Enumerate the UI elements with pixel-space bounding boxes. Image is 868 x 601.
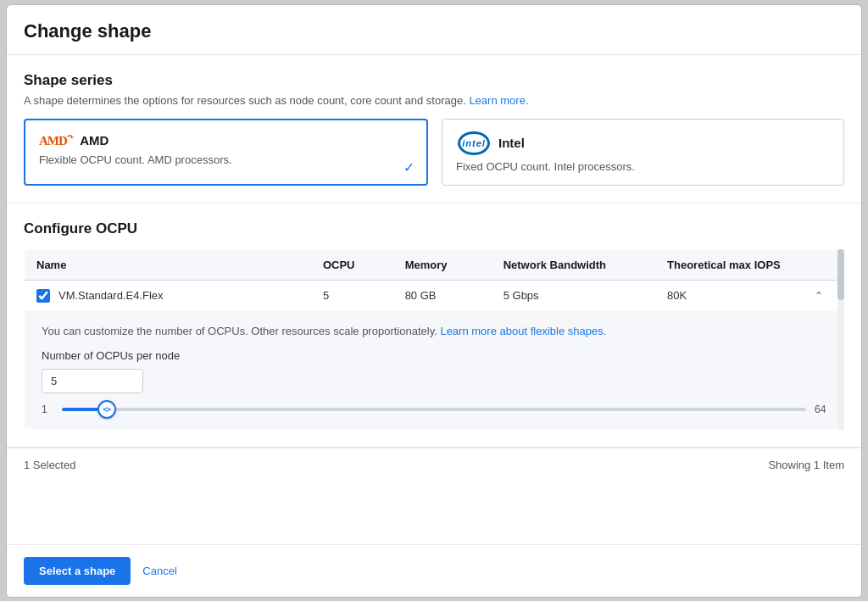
shape-cards-container: AMD↷ AMD Flexible OCPU count. AMD proces…: [24, 119, 844, 186]
row-shape-name: VM.Standard.E4.Flex: [58, 289, 164, 302]
slider-min-label: 1: [42, 403, 53, 415]
amd-card-header: AMD↷ AMD: [39, 132, 413, 148]
dialog-header: Change shape: [7, 5, 861, 55]
learn-more-link[interactable]: Learn more: [469, 94, 525, 107]
row-collapse-icon[interactable]: ⌃: [815, 290, 823, 302]
intel-card-name: Intel: [498, 136, 525, 150]
table-scrollbar-track: [837, 249, 844, 430]
ocpu-per-node-label: Number of OCPUs per node: [42, 349, 826, 362]
amd-card-desc: Flexible OCPU count. AMD processors.: [39, 153, 413, 166]
cancel-button[interactable]: Cancel: [142, 565, 176, 577]
ocpu-slider-container: 1 <> 64: [42, 403, 826, 415]
configure-ocpu-section: Configure OCPU Name OCPU Memory: [7, 203, 861, 448]
flexible-shape-text: You can customize the number of OCPUs. O…: [42, 325, 826, 337]
amd-selected-checkmark: ✓: [403, 159, 415, 175]
row-network-cell: 5 Gbps: [492, 280, 655, 311]
shape-series-title: Shape series: [24, 72, 844, 89]
ocpu-value-input[interactable]: [42, 369, 143, 393]
col-header-network: Network Bandwidth: [492, 249, 655, 280]
shape-card-intel[interactable]: intel Intel Fixed OCPU count. Intel proc…: [442, 119, 844, 186]
configure-ocpu-title: Configure OCPU: [24, 220, 844, 237]
table-expanded-detail-row: You can customize the number of OCPUs. O…: [25, 311, 844, 430]
expanded-detail-panel: You can customize the number of OCPUs. O…: [25, 311, 843, 429]
intel-card-header: intel Intel: [456, 131, 830, 155]
status-bar: 1 Selected Showing 1 Item: [7, 448, 861, 481]
amd-logo-icon: AMD↷: [39, 132, 73, 148]
col-header-name: Name: [25, 249, 311, 280]
row-name-cell: VM.Standard.E4.Flex: [25, 280, 311, 311]
slider-max-label: 64: [815, 403, 826, 415]
flexible-shapes-link[interactable]: Learn more about flexible shapes: [440, 325, 603, 337]
shape-series-desc: A shape determines the options for resou…: [24, 94, 844, 107]
shape-series-section: Shape series A shape determines the opti…: [7, 55, 861, 203]
shape-table: Name OCPU Memory Network Bandwidth: [24, 249, 844, 430]
shape-card-amd[interactable]: AMD↷ AMD Flexible OCPU count. AMD proces…: [24, 119, 428, 186]
table-header-row: Name OCPU Memory Network Bandwidth: [25, 249, 844, 280]
dialog-body: Shape series A shape determines the opti…: [7, 55, 861, 544]
showing-count: Showing 1 Item: [768, 459, 844, 471]
shape-table-wrapper: Name OCPU Memory Network Bandwidth: [24, 249, 844, 430]
intel-card-desc: Fixed OCPU count. Intel processors.: [456, 160, 830, 173]
col-header-ocpu: OCPU: [311, 249, 393, 280]
row-iops-cell: 80K: [655, 280, 803, 311]
selected-count: 1 Selected: [24, 459, 75, 471]
intel-logo-icon: intel: [456, 131, 492, 155]
row-memory-cell: 80 GB: [393, 280, 492, 311]
row-select-checkbox[interactable]: [36, 289, 50, 303]
row-ocpu-cell: 5: [311, 280, 393, 311]
table-row: VM.Standard.E4.Flex 5 80 GB 5 Gbps 80K ⌃: [25, 280, 844, 311]
table-scrollbar-thumb[interactable]: [837, 249, 844, 300]
dialog-footer: Select a shape Cancel: [7, 544, 861, 597]
select-shape-button[interactable]: Select a shape: [24, 557, 131, 585]
slider-thumb-icon: <>: [103, 405, 110, 414]
dialog-title: Change shape: [24, 20, 844, 42]
amd-card-name: AMD: [80, 133, 108, 147]
col-header-iops: Theoretical max IOPS: [655, 249, 803, 280]
change-shape-dialog: Change shape Shape series A shape determ…: [6, 4, 862, 598]
ocpu-slider-track[interactable]: <>: [62, 408, 806, 411]
slider-thumb[interactable]: <>: [97, 400, 116, 419]
col-header-memory: Memory: [393, 249, 492, 280]
